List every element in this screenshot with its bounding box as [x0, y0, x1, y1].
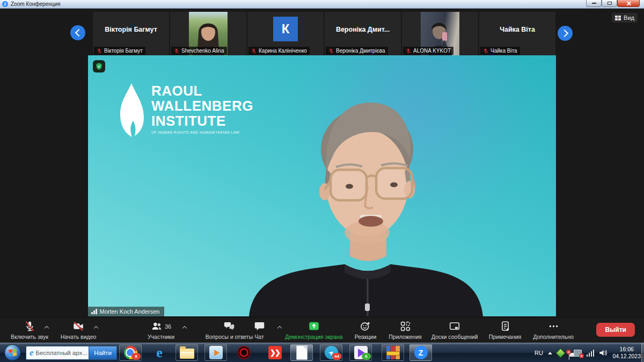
search-find-button[interactable]: Найти: [89, 346, 116, 359]
volume-icon[interactable]: [599, 349, 608, 357]
speaker-portrait: [88, 55, 556, 316]
telegram-badge: 44: [332, 353, 341, 360]
chrome-badge: 8: [131, 353, 141, 360]
audio-options-chevron[interactable]: [44, 325, 49, 330]
participant-display-name: Вероніка Дмит...: [325, 26, 401, 33]
camera-muted-icon: [72, 321, 84, 332]
taskbar-zoom-button[interactable]: Z: [409, 344, 432, 361]
participant-name-label: Чайка Віта: [480, 47, 520, 55]
audio-level-icon: [91, 309, 97, 314]
taskbar-red-circle-app-button[interactable]: [232, 344, 255, 361]
taskbar-telegram-button[interactable]: ➤ 44: [320, 344, 342, 361]
windows-taskbar: e Бесплатный арх... Найти 8 e ❯❯ ➤ 44: [0, 343, 644, 362]
red-arrows-app-icon: ❯❯: [268, 346, 282, 359]
language-indicator[interactable]: RU: [535, 350, 543, 356]
participant-tile-alona-kykot[interactable]: ALONA KYKOT: [402, 12, 478, 56]
close-button[interactable]: [617, 0, 640, 7]
taskbar-explorer-button[interactable]: [175, 344, 198, 361]
hidden-icons-chevron[interactable]: [548, 352, 552, 354]
start-video-button[interactable]: Начать видео: [52, 318, 105, 342]
share-screen-icon: [308, 321, 320, 332]
muted-mic-icon: [251, 48, 257, 54]
more-button[interactable]: Дополнительно: [528, 318, 579, 342]
search-query-text[interactable]: Бесплатный арх...: [36, 350, 89, 356]
share-screen-button[interactable]: Демонстрация экрана: [274, 318, 354, 342]
maximize-button[interactable]: [602, 0, 617, 7]
tray-time: 16:06: [612, 346, 641, 353]
muted-mic-icon: [483, 48, 488, 54]
participant-tile-shevchenko-alina[interactable]: Shevchenko Alina: [170, 12, 246, 56]
leave-meeting-button[interactable]: Выйти: [596, 323, 635, 337]
taskbar-chrome-button[interactable]: 8: [119, 344, 142, 361]
desktop: Z Zoom Конференция Вид Вікторія Багмут В…: [0, 0, 644, 362]
zoom-icon: Z: [414, 346, 428, 359]
taskbar-internet-explorer-button[interactable]: e: [148, 344, 171, 361]
system-tray: RU × × 16:06 04.12.2023: [535, 343, 642, 362]
window-titlebar[interactable]: Z Zoom Конференция: [0, 0, 644, 9]
muted-mic-icon: [174, 48, 179, 54]
taskbar-clock[interactable]: 16:06 04.12.2023: [612, 346, 642, 360]
video-player-badge: 6: [362, 353, 371, 360]
folder-icon: [180, 349, 194, 359]
speaker-name-label: Morten Koch Andersen: [88, 307, 164, 316]
taskbar-video-player-button[interactable]: 6: [349, 344, 372, 361]
participant-tile-veronika-dmytriieva[interactable]: Вероніка Дмит... Вероніка Дмитрієва: [325, 12, 401, 56]
view-button[interactable]: Вид: [612, 13, 638, 23]
taskbar-search-box[interactable]: e Бесплатный арх... Найти: [26, 346, 117, 360]
winrar-icon: [386, 346, 400, 359]
internet-explorer-icon: e: [156, 346, 163, 360]
chat-button[interactable]: Чат: [240, 318, 278, 342]
whiteboards-button[interactable]: Доски сообщений: [427, 318, 482, 342]
notes-button[interactable]: Примечания: [481, 318, 529, 342]
participants-count: 36: [165, 323, 171, 330]
more-dots-icon: [548, 321, 559, 332]
apps-icon: [400, 321, 411, 332]
active-speaker-video[interactable]: RAOUL WALLENBERG INSTITUTE OF HUMAN RIGH…: [88, 55, 556, 316]
whiteboard-icon: [449, 321, 460, 332]
taskbar-winrar-button[interactable]: [382, 344, 404, 361]
media-player-icon: [209, 346, 223, 359]
muted-mic-icon: [97, 48, 102, 54]
participant-name-label: Карина Калініченко: [248, 47, 310, 55]
unmute-button[interactable]: Включить звук: [0, 318, 59, 342]
zoom-meeting-window: Вид Вікторія Багмут Вікторія Багмут: [0, 9, 644, 343]
participants-options-chevron[interactable]: [182, 325, 187, 330]
green-diamond-tray-icon[interactable]: [555, 348, 565, 358]
participants-button[interactable]: 36 Участники: [131, 318, 191, 342]
participant-name-label: ALONA KYKOT: [403, 47, 453, 55]
participant-display-name: Вікторія Багмут: [93, 26, 169, 33]
participant-tile-viktoria-bagmut[interactable]: Вікторія Багмут Вікторія Багмут: [93, 12, 169, 56]
show-desktop-button[interactable]: [641, 343, 644, 362]
participant-tile-chaika-vita[interactable]: Чайка Віта Чайка Віта: [479, 12, 555, 56]
reactions-button[interactable]: Реакции: [347, 318, 384, 342]
signal-strength-icon[interactable]: [587, 350, 595, 357]
participants-icon: [151, 321, 163, 332]
notes-icon: [500, 321, 511, 332]
tray-date: 04.12.2023: [612, 353, 641, 360]
previous-participants-arrow[interactable]: [70, 25, 85, 40]
reactions-smiley-icon: [360, 321, 371, 332]
taskbar-red-arrows-app-button[interactable]: ❯❯: [264, 344, 286, 361]
windows-logo-icon: [9, 349, 17, 357]
minimize-button[interactable]: [586, 0, 602, 7]
apps-button[interactable]: Приложения: [382, 318, 428, 342]
video-options-chevron[interactable]: [93, 325, 99, 330]
start-button[interactable]: [4, 344, 21, 361]
next-participants-arrow[interactable]: [558, 26, 573, 41]
window-title: Zoom Конференция: [11, 1, 60, 7]
participant-name-label: Вероніка Дмитрієва: [326, 47, 388, 55]
view-label: Вид: [624, 15, 634, 21]
red-circle-app-icon: [237, 346, 251, 359]
internet-explorer-small-icon: e: [30, 347, 34, 358]
participant-avatar: К: [273, 17, 298, 41]
participant-tile-karina-kalinichenko[interactable]: К Карина Калініченко: [247, 12, 324, 56]
microphone-muted-icon: [24, 321, 35, 332]
muted-mic-icon: [406, 48, 411, 54]
chevron-left-icon: [75, 29, 82, 37]
muted-mic-icon: [328, 48, 334, 54]
participant-name-label: Shevchenko Alina: [171, 47, 227, 55]
chat-icon: [254, 321, 265, 332]
network-error-icon[interactable]: ×: [574, 350, 582, 357]
taskbar-document-app-button[interactable]: [290, 344, 313, 361]
taskbar-media-player-button[interactable]: [204, 344, 227, 361]
